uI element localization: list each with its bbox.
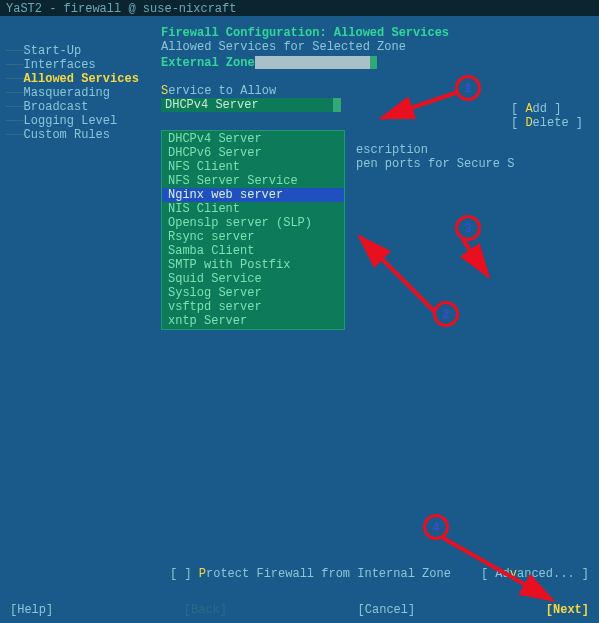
cancel-button[interactable]: [Cancel]: [358, 603, 416, 617]
tree-dash-icon: ───: [6, 58, 22, 72]
sidebar-item-label: Allowed Services: [24, 72, 139, 86]
chevron-down-icon[interactable]: [370, 56, 377, 69]
label-text: dd ]: [533, 102, 562, 116]
tree-dash-icon: ───: [6, 100, 22, 114]
back-button[interactable]: [Back]: [184, 603, 227, 617]
dropdown-item[interactable]: NFS Server Service: [162, 174, 344, 188]
description-body: pen ports for Secure S: [356, 157, 514, 171]
sidebar-item-startup[interactable]: ───Start-Up: [6, 44, 161, 58]
label-text: rotect Firewall from Internal Zone: [206, 567, 451, 581]
hotkey: D: [525, 116, 532, 130]
sidebar-item-label: Custom Rules: [24, 128, 110, 142]
annotation-circle-2: 2: [433, 301, 459, 327]
help-button[interactable]: [Help]: [10, 603, 53, 617]
sidebar-item-broadcast[interactable]: ───Broadcast: [6, 100, 161, 114]
window-titlebar: YaST2 - firewall @ suse-nixcraft: [0, 0, 599, 16]
service-dropdown-value: DHCPv4 Server: [161, 98, 333, 112]
annotation-circle-4: 4: [423, 514, 449, 540]
bracket: [: [511, 116, 525, 130]
tree-dash-icon: ───: [6, 86, 22, 100]
zone-label: External Zone: [161, 56, 255, 70]
dropdown-item[interactable]: xntp Server: [162, 314, 344, 328]
sidebar-item-masquerading[interactable]: ───Masquerading: [6, 86, 161, 100]
dropdown-item[interactable]: Syslog Server: [162, 286, 344, 300]
hotkey: A: [525, 102, 532, 116]
dropdown-item[interactable]: NFS Client: [162, 160, 344, 174]
label-text: ervice to Allow: [168, 84, 276, 98]
dropdown-item[interactable]: Squid Service: [162, 272, 344, 286]
zone-row: External Zone: [161, 56, 593, 70]
annotation-circle-1: 1: [455, 75, 481, 101]
label-text: anced... ]: [517, 567, 589, 581]
checkbox-box: [ ]: [170, 567, 199, 581]
page-title: Firewall Configuration: Allowed Services: [161, 26, 593, 40]
sidebar: ───Start-Up ───Interfaces ───Allowed Ser…: [6, 26, 161, 576]
annotation-circle-3: 3: [455, 215, 481, 241]
chevron-down-icon[interactable]: [333, 98, 341, 112]
hotkey: v: [510, 567, 517, 581]
advanced-button[interactable]: [ Advanced... ]: [481, 567, 589, 581]
hotkey: P: [199, 567, 206, 581]
sidebar-item-label: Interfaces: [24, 58, 96, 72]
add-button[interactable]: [ Add ]: [511, 102, 583, 116]
tree-dash-icon: ───: [6, 128, 22, 142]
dropdown-item[interactable]: vsftpd server: [162, 300, 344, 314]
label-text: elete ]: [533, 116, 583, 130]
sidebar-item-label: Logging Level: [24, 114, 118, 128]
tree-dash-icon: ───: [6, 114, 22, 128]
tree-dash-icon: ───: [6, 72, 22, 86]
delete-button[interactable]: [ Delete ]: [511, 116, 583, 130]
dropdown-item[interactable]: Rsync server: [162, 230, 344, 244]
sidebar-item-custom-rules[interactable]: ───Custom Rules: [6, 128, 161, 142]
tree-dash-icon: ───: [6, 44, 22, 58]
next-button[interactable]: [Next]: [546, 603, 589, 617]
sidebar-item-label: Start-Up: [24, 44, 82, 58]
sidebar-item-allowed-services[interactable]: ───Allowed Services: [6, 72, 161, 86]
sidebar-item-interfaces[interactable]: ───Interfaces: [6, 58, 161, 72]
content-area: Firewall Configuration: Allowed Services…: [161, 26, 593, 576]
dropdown-item[interactable]: Openslp server (SLP): [162, 216, 344, 230]
bottom-options: [ ] Protect Firewall from Internal Zone …: [170, 567, 589, 581]
sidebar-item-logging-level[interactable]: ───Logging Level: [6, 114, 161, 128]
bracket: [: [511, 102, 525, 116]
dropdown-item[interactable]: SMTP with Postfix: [162, 258, 344, 272]
service-dropdown-list[interactable]: DHCPv4 ServerDHCPv6 ServerNFS ClientNFS …: [161, 130, 345, 330]
dropdown-item[interactable]: Samba Client: [162, 244, 344, 258]
page-subtitle: Allowed Services for Selected Zone: [161, 40, 593, 54]
sidebar-item-label: Broadcast: [24, 100, 89, 114]
dropdown-item[interactable]: DHCPv4 Server: [162, 132, 344, 146]
description-title: escription: [356, 143, 514, 157]
zone-dropdown[interactable]: [255, 56, 370, 69]
action-buttons: [ Add ] [ Delete ]: [511, 102, 583, 130]
dropdown-item[interactable]: Nginx web server: [162, 188, 344, 202]
description-area: escription pen ports for Secure S: [356, 143, 514, 171]
sidebar-item-label: Masquerading: [24, 86, 110, 100]
dropdown-item[interactable]: DHCPv6 Server: [162, 146, 344, 160]
footer-buttons: [Help] [Back] [Cancel] [Next]: [0, 603, 599, 617]
dropdown-item[interactable]: NIS Client: [162, 202, 344, 216]
main-area: ───Start-Up ───Interfaces ───Allowed Ser…: [0, 16, 599, 576]
service-to-allow-label: Service to Allow: [161, 84, 593, 98]
protect-firewall-checkbox[interactable]: [ ] Protect Firewall from Internal Zone: [170, 567, 451, 581]
service-dropdown[interactable]: DHCPv4 Server: [161, 98, 341, 112]
label-text: [ Ad: [481, 567, 510, 581]
